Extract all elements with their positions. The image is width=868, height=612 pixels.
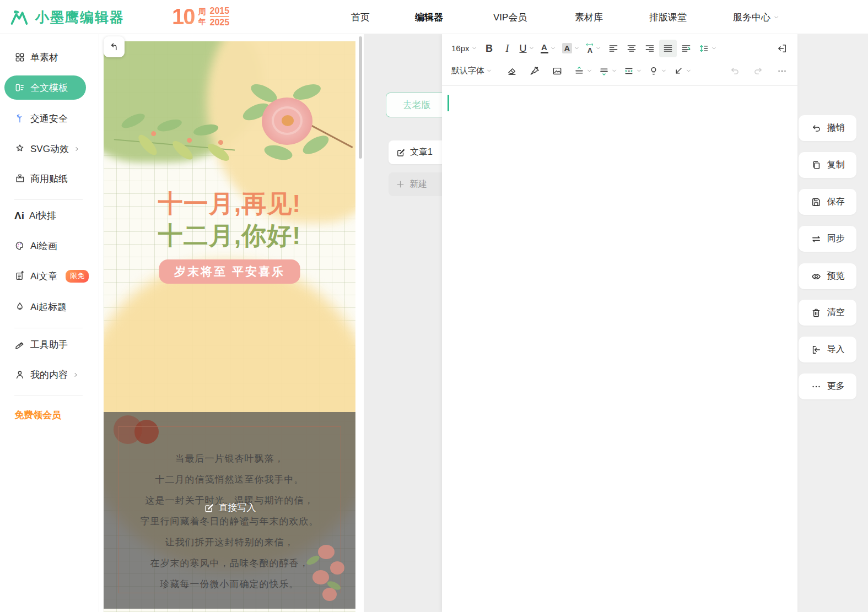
- more-action-button[interactable]: 更多: [799, 373, 856, 399]
- letter-spacing-dropdown[interactable]: A: [583, 40, 604, 57]
- align-right-button[interactable]: [641, 40, 659, 57]
- italic-button[interactable]: I: [499, 40, 516, 57]
- redo-button[interactable]: [750, 62, 767, 80]
- arrow-down-left-icon: [673, 66, 684, 77]
- direct-write-button[interactable]: 直接写入: [203, 501, 256, 514]
- sidebar-item-stickers[interactable]: 商用贴纸: [14, 169, 68, 188]
- bold-button[interactable]: B: [481, 40, 498, 57]
- preview-action-button[interactable]: 预览: [799, 263, 856, 289]
- chevron-down-icon: [686, 68, 692, 74]
- copy-icon: [811, 160, 822, 171]
- font-color-dropdown[interactable]: A: [538, 40, 559, 57]
- editor-content-area[interactable]: [442, 86, 797, 612]
- paint-brush-icon: [529, 66, 540, 77]
- sidebar-item-tool-assistant[interactable]: 工具助手: [14, 334, 68, 354]
- logo-text: 小墨鹰编辑器: [35, 8, 125, 26]
- article-tab[interactable]: 文章1: [389, 140, 449, 164]
- space-after-dropdown[interactable]: [596, 62, 620, 80]
- puzzle-icon: [14, 173, 25, 184]
- toolbar-row-2: 默认字体: [449, 59, 791, 82]
- font-family-dropdown[interactable]: 默认字体: [449, 62, 495, 80]
- sync-arrows-icon: [811, 234, 822, 245]
- chevron-down-icon: [574, 45, 580, 51]
- app-logo[interactable]: 小墨鹰编辑器: [9, 0, 125, 34]
- preview-scrollbar-thumb[interactable]: [359, 36, 362, 159]
- sidebar-item-single-material[interactable]: 单素材: [14, 47, 58, 67]
- chevron-down-icon: [773, 14, 779, 20]
- chevron-right-icon: [74, 146, 80, 152]
- sidebar-item-my-content[interactable]: 我的内容: [14, 365, 79, 384]
- more-tools-button[interactable]: [773, 62, 791, 80]
- camellia-flower-illustration: [240, 85, 333, 168]
- limited-free-badge: 限免: [66, 270, 89, 283]
- right-action-rail: 撤销 复制 保存 同步 预览: [797, 34, 868, 612]
- sidebar-item-full-template[interactable]: 全文模板: [4, 75, 86, 100]
- align-center-button[interactable]: [623, 40, 640, 57]
- insert-image-button[interactable]: [548, 62, 566, 80]
- copy-action-button[interactable]: 复制: [799, 152, 856, 178]
- import-icon: [811, 344, 822, 355]
- back-button[interactable]: [104, 36, 125, 57]
- edit-icon: [396, 148, 406, 158]
- sidebar-item-ai-painting[interactable]: Ai绘画: [14, 236, 57, 256]
- sidebar: 单素材 全文模板 交通安全 s SVG动效 商用贴纸: [0, 34, 99, 612]
- undo-icon: [729, 66, 740, 77]
- nav-editor[interactable]: 编辑器: [415, 0, 443, 34]
- sync-action-button[interactable]: 同步: [799, 226, 856, 252]
- space-before-dropdown[interactable]: [571, 62, 595, 80]
- nav-service-center[interactable]: 服务中心: [733, 0, 779, 34]
- chevron-down-icon: [486, 68, 492, 74]
- format-painter-button[interactable]: [526, 62, 543, 80]
- more-dots-icon: [811, 381, 822, 392]
- sidebar-item-traffic-safety[interactable]: 交通安全: [14, 109, 68, 128]
- app-root: 小墨鹰编辑器 10 周 年 2015 2025 首页 编辑器 VIP会员 素材库…: [0, 0, 868, 612]
- anniversary-year-from: 2015: [210, 6, 230, 17]
- template-artwork[interactable]: 十一月,再见! 十二月,你好! 岁末将至 平安喜乐 当最后一片银杏叶飘落， 十二…: [104, 41, 355, 612]
- legacy-version-button[interactable]: 去老版: [386, 93, 448, 117]
- template-title-line2: 十二月,你好!: [104, 220, 355, 252]
- flame-icon: [14, 301, 25, 312]
- sidebar-item-svg-animation[interactable]: s SVG动效: [14, 139, 80, 159]
- trash-icon: [811, 307, 822, 318]
- chevron-down-icon: [711, 45, 717, 51]
- import-left-icon: [777, 43, 788, 54]
- paragraph-space-before-icon: [574, 66, 585, 77]
- chevron-down-icon: [595, 45, 601, 51]
- new-article-button[interactable]: 新建: [389, 172, 449, 196]
- anniversary-zhou: 周: [198, 7, 206, 16]
- nav-classes[interactable]: 排版课堂: [649, 0, 687, 34]
- chevron-down-icon: [586, 68, 592, 74]
- sidebar-item-ai-article[interactable]: Ai文章 限免: [14, 266, 89, 286]
- paragraph-indent-dropdown[interactable]: [621, 62, 645, 80]
- header: 小墨鹰编辑器 10 周 年 2015 2025 首页 编辑器 VIP会员 素材库…: [0, 0, 868, 34]
- line-height-dropdown[interactable]: [696, 40, 720, 57]
- undo-action-button[interactable]: 撤销: [799, 115, 856, 141]
- underline-dropdown[interactable]: U: [517, 40, 537, 57]
- image-icon: [552, 66, 563, 77]
- template-title: 十一月,再见! 十二月,你好!: [104, 188, 355, 252]
- undo-button[interactable]: [726, 62, 743, 80]
- clear-format-button[interactable]: [503, 62, 521, 80]
- nav-home[interactable]: 首页: [351, 0, 370, 34]
- collapse-toolbar-button[interactable]: [773, 40, 791, 57]
- template-subtitle-pill: 岁末将至 平安喜乐: [159, 259, 300, 284]
- highlight-color-dropdown[interactable]: A: [559, 40, 583, 57]
- nav-materials[interactable]: 素材库: [575, 0, 603, 34]
- edit-icon: [203, 502, 214, 513]
- sidebar-item-ai-layout[interactable]: Λi Ai快排: [14, 205, 56, 225]
- align-left-button[interactable]: [605, 40, 622, 57]
- clear-action-button[interactable]: 清空: [799, 300, 856, 326]
- free-vip-link[interactable]: 免费领会员: [14, 409, 61, 421]
- save-action-button[interactable]: 保存: [799, 189, 856, 215]
- star-s-icon: s: [14, 143, 25, 154]
- insert-position-dropdown[interactable]: [670, 62, 694, 80]
- import-action-button[interactable]: 导入: [799, 337, 856, 362]
- sidebar-item-ai-title[interactable]: Ai起标题: [14, 297, 67, 317]
- indent-button[interactable]: [677, 40, 695, 57]
- redo-icon: [753, 66, 764, 77]
- nav-vip[interactable]: VIP会员: [493, 0, 527, 34]
- ai-document-icon: [14, 270, 25, 281]
- font-size-dropdown[interactable]: 16px: [449, 40, 480, 57]
- highlight-tip-dropdown[interactable]: [645, 62, 670, 80]
- align-justify-button[interactable]: [659, 40, 677, 57]
